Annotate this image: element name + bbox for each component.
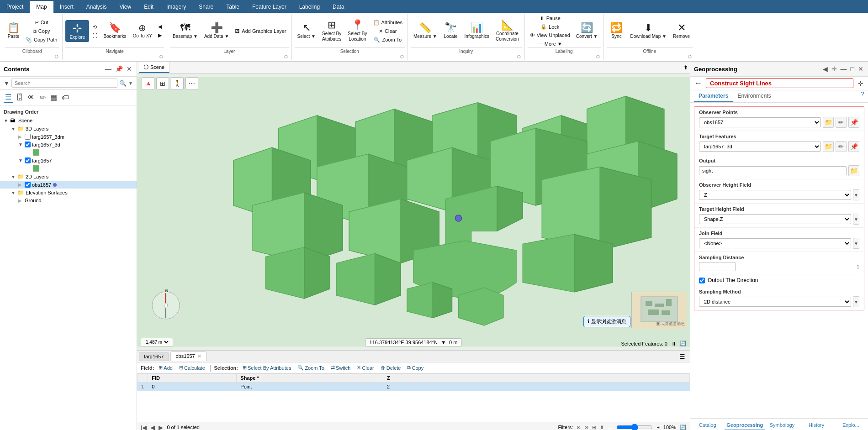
table-select-by-attr-button[interactable]: ⊞ Select By Attributes xyxy=(241,364,293,372)
list-by-source-button[interactable]: 🗄 xyxy=(15,93,25,103)
tree-item-2d-layers[interactable]: ▼ 📁 2D Layers xyxy=(0,173,137,181)
contents-close-button[interactable]: ✕ xyxy=(126,64,133,73)
convert-button[interactable]: 🔄 Convert ▼ xyxy=(573,21,601,41)
target-features-select[interactable]: targ1657_3d xyxy=(699,142,821,152)
paste-button[interactable]: 📋 Paste xyxy=(5,21,22,41)
refresh-table-button[interactable]: 🔄 xyxy=(680,425,686,430)
col-fid[interactable]: FID xyxy=(148,374,237,383)
tab-edit[interactable]: Edit xyxy=(138,1,160,13)
table-tab-targ1657[interactable]: targ1657 xyxy=(139,352,169,361)
download-map-button[interactable]: ⬇ Download Map ▼ xyxy=(628,21,669,41)
nav-more-button[interactable]: ⋯ xyxy=(185,77,198,90)
list-by-type-button[interactable]: ▦ xyxy=(49,92,58,103)
table-tab-close-button[interactable]: ✕ xyxy=(197,353,201,359)
select-by-attributes-button[interactable]: ⊞ Select By Attributes xyxy=(319,19,344,43)
tab-table[interactable]: Table xyxy=(220,1,246,13)
observer-points-folder-button[interactable]: 📁 xyxy=(823,117,834,128)
geo-close-button[interactable]: ✕ xyxy=(857,64,864,73)
list-by-visibility-button[interactable]: 👁 xyxy=(26,93,37,103)
tree-item-scene[interactable]: ▼ 🏔 Scene xyxy=(0,116,137,125)
search-button[interactable]: 🔍 xyxy=(119,80,127,87)
remove-button[interactable]: ✕ Remove xyxy=(670,21,693,41)
nav-grid-button[interactable]: ⊞ xyxy=(156,77,169,90)
geo-minimize-button[interactable]: — xyxy=(840,64,848,73)
add-graphics-button[interactable]: 🖼 Add Graphics Layer xyxy=(233,27,288,35)
basemap-button[interactable]: 🗺 Basemap ▼ xyxy=(170,21,201,41)
geo-back-nav-button[interactable]: ◀ xyxy=(822,64,829,73)
filter-btn-4[interactable]: ⬆ xyxy=(600,425,604,430)
layer-check-obs1657[interactable] xyxy=(25,182,31,188)
list-by-drawing-order-button[interactable]: ☰ xyxy=(4,92,13,103)
target-features-folder-button[interactable]: 📁 xyxy=(823,141,834,152)
field-add-button[interactable]: ⊞ Add xyxy=(157,364,175,372)
table-copy-button[interactable]: ⧉ Copy xyxy=(405,364,425,372)
geo-footer-symbology[interactable]: Symbology xyxy=(765,420,799,430)
scale-selector[interactable]: 1,487 m xyxy=(144,339,170,345)
tree-item-ground[interactable]: ▶ Ground xyxy=(0,197,137,204)
map-canvas-area[interactable]: 🔺 ⊞ 🚶 ⋯ N xyxy=(137,73,690,350)
explore-button[interactable]: ⊹ Explore xyxy=(65,20,89,42)
copy-path-button[interactable]: 📎Copy Path xyxy=(23,36,59,44)
col-shape[interactable]: Shape * xyxy=(237,374,383,383)
rotate-button[interactable]: ⟲ xyxy=(90,23,100,31)
first-record-button[interactable]: |◀ xyxy=(141,424,147,430)
tree-item-targ1657[interactable]: ▼ targ1657 xyxy=(0,157,137,164)
tree-item-targ1657-3d[interactable]: ▼ targ1657_3d xyxy=(0,141,137,148)
col-z[interactable]: Z xyxy=(383,374,690,383)
search-dropdown-button[interactable]: ▼ xyxy=(128,81,133,86)
tree-item-obs1657[interactable]: ▶ obs1657 xyxy=(0,181,137,189)
table-row[interactable]: 1 0 Point 2 xyxy=(138,383,690,391)
prev-record-button[interactable]: ◀ xyxy=(150,424,155,430)
tab-analysis[interactable]: Analysis xyxy=(80,1,113,13)
table-clear-button[interactable]: ✕ Clear xyxy=(355,364,376,372)
tab-map[interactable]: Map xyxy=(30,1,53,13)
target-features-pin-button[interactable]: 📌 xyxy=(848,141,859,152)
zoom-to-button[interactable]: 🔍 Zoom To xyxy=(371,36,405,44)
tab-data[interactable]: Data xyxy=(326,1,350,13)
tree-item-targ1657-3dm[interactable]: ▶ targ1657_3dm xyxy=(0,133,137,141)
back-button[interactable]: ◀ xyxy=(156,23,164,31)
layer-check-targ1657-3dm[interactable] xyxy=(25,134,31,140)
copy-button[interactable]: ⧉Copy xyxy=(23,27,59,35)
geo-help-button[interactable]: ? xyxy=(861,90,864,102)
table-options-button[interactable]: ☰ xyxy=(677,352,688,361)
view-unplaced-button[interactable]: 👁 View Unplaced xyxy=(528,31,572,39)
sampling-distance-input[interactable] xyxy=(699,262,736,271)
map-refresh-button[interactable]: 🔄 xyxy=(680,341,686,346)
infographics-button[interactable]: 📊 Infographics xyxy=(462,21,492,41)
bookmarks-button[interactable]: 🔖 Bookmarks xyxy=(101,21,129,41)
select-by-location-button[interactable]: 📍 Select By Location xyxy=(345,19,370,43)
attributes-button[interactable]: 📋 Attributes xyxy=(371,19,405,26)
pause-button[interactable]: ⏸ Pause xyxy=(528,15,572,22)
table-zoom-to-button[interactable]: 🔍 Zoom To xyxy=(296,364,326,372)
observer-points-select[interactable]: obs1657 xyxy=(699,117,821,127)
more-button[interactable]: ⋯ More ▼ xyxy=(528,40,572,47)
geo-footer-history[interactable]: History xyxy=(799,420,834,430)
contents-pin-button[interactable]: 📌 xyxy=(114,64,124,73)
geo-back-button[interactable]: ← xyxy=(694,79,702,88)
geo-new-button[interactable]: ✛ xyxy=(831,64,838,73)
output-direction-checkbox[interactable] xyxy=(699,278,705,283)
tree-item-elevation-surfaces[interactable]: ▼ 📁 Elevation Surfaces xyxy=(0,189,137,197)
tab-imagery[interactable]: Imagery xyxy=(160,1,192,13)
table-tab-obs1657[interactable]: obs1657 ✕ xyxy=(170,351,206,361)
join-field-select[interactable]: <None> xyxy=(699,238,851,248)
tab-insert[interactable]: Insert xyxy=(53,1,80,13)
zoom-slider[interactable] xyxy=(616,424,653,430)
go-to-xy-button[interactable]: ⊕ Go To XY xyxy=(130,22,155,40)
tab-project[interactable]: Project xyxy=(0,1,30,13)
list-by-label-button[interactable]: 🏷 xyxy=(60,93,70,103)
geo-add-button[interactable]: ✛ xyxy=(857,79,864,88)
filter-btn-1[interactable]: ⊙ xyxy=(577,425,581,430)
forward-button[interactable]: ▶ xyxy=(156,31,164,39)
geo-footer-explore[interactable]: Explo... xyxy=(834,420,868,430)
nav-up-button[interactable]: 🔺 xyxy=(142,77,154,90)
geo-footer-geoprocessing[interactable]: Geoprocessing xyxy=(725,420,765,430)
observer-points-pencil-button[interactable]: ✏ xyxy=(836,117,847,128)
geo-tab-environments[interactable]: Environments xyxy=(733,90,775,102)
observer-height-select[interactable]: Z xyxy=(699,190,851,200)
select-button[interactable]: ↖ Select ▼ xyxy=(295,21,318,41)
table-delete-button[interactable]: 🗑 Delete xyxy=(379,364,403,372)
next-record-button[interactable]: ▶ xyxy=(159,424,163,430)
locate-button[interactable]: 🔭 Locate xyxy=(441,21,461,41)
